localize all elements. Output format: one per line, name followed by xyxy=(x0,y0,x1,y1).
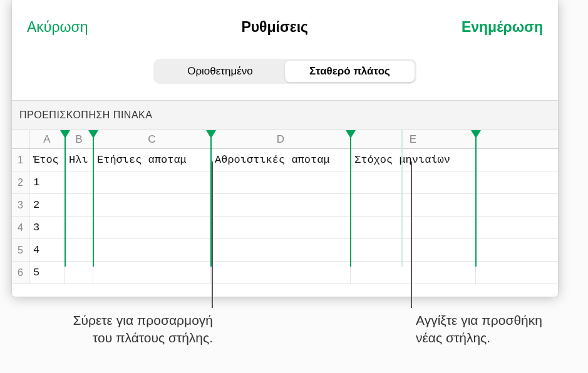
table-cell[interactable] xyxy=(211,194,351,216)
column-header[interactable]: C xyxy=(93,130,211,148)
table-row: 21 xyxy=(12,171,558,194)
table-row: 32 xyxy=(12,194,558,217)
row-number: 6 xyxy=(12,262,29,284)
column-header[interactable]: D xyxy=(211,130,351,148)
table-cell[interactable] xyxy=(351,194,476,216)
modal-title: Ρυθμίσεις xyxy=(241,19,308,36)
table-row: 43 xyxy=(12,217,558,239)
section-label-preview: ΠΡΟΕΠΙΣΚΟΠΗΣΗ ΠΙΝΑΚΑ xyxy=(12,100,558,130)
table-cell[interactable] xyxy=(93,171,211,193)
callout-tap-line2: νέας στήλης. xyxy=(416,330,490,345)
corner-spacer xyxy=(12,130,29,148)
table-cell[interactable] xyxy=(93,239,211,261)
column-resize-handle[interactable] xyxy=(60,130,70,138)
table-row: 65 xyxy=(12,262,558,284)
callout-tap-line1: Αγγίξτε για προσθήκη xyxy=(416,313,542,327)
table-cell[interactable] xyxy=(65,239,93,261)
row-number: 1 xyxy=(12,149,29,171)
table-preview: ABCDE 1ΈτοςΗλιΕτήσιες αποταμΑθροιστικές … xyxy=(12,130,558,297)
table-cell[interactable]: 3 xyxy=(29,217,65,238)
table-cell[interactable] xyxy=(65,194,93,216)
table-cell[interactable] xyxy=(93,217,211,238)
table-cell[interactable] xyxy=(93,262,211,284)
callout-drag: Σύρετε για προσαρμογή του πλάτους στήλης… xyxy=(13,312,213,347)
callout-tap: Αγγίξτε για προσθήκη νέας στήλης. xyxy=(416,312,542,347)
column-header[interactable]: E xyxy=(351,130,476,148)
modal-header: Ακύρωση Ρυθμίσεις Ενημέρωση xyxy=(12,0,558,54)
table-cell[interactable] xyxy=(351,171,476,193)
table-cell[interactable]: 2 xyxy=(29,194,65,216)
table-cell[interactable] xyxy=(65,171,93,193)
cancel-button[interactable]: Ακύρωση xyxy=(27,19,88,36)
segment-delimited[interactable]: Οριοθετημένο xyxy=(155,61,285,82)
table-cell[interactable] xyxy=(351,239,476,261)
table-cell[interactable]: Ηλι xyxy=(65,149,93,171)
row-number: 4 xyxy=(12,217,29,238)
table-cell[interactable]: 1 xyxy=(29,171,65,193)
segment-fixed-width[interactable]: Σταθερό πλάτος xyxy=(285,61,415,82)
callout-line-right xyxy=(411,161,412,308)
table-cell[interactable] xyxy=(351,217,476,238)
update-button[interactable]: Ενημέρωση xyxy=(462,19,543,36)
table-rows: 1ΈτοςΗλιΕτήσιες αποταμΑθροιστικές αποταμ… xyxy=(12,149,558,284)
table-cell[interactable]: Αθροιστικές αποταμ xyxy=(211,149,351,171)
table-cell[interactable] xyxy=(211,239,351,261)
table-cell[interactable] xyxy=(211,262,351,284)
callout-drag-line2: του πλάτους στήλης. xyxy=(93,330,213,345)
table-cell[interactable] xyxy=(65,262,93,284)
row-number: 2 xyxy=(12,171,29,193)
table-cell[interactable]: Στόχος μηνιαίων xyxy=(351,149,476,171)
import-type-segmented: Οριοθετημένο Σταθερό πλάτος xyxy=(153,59,416,84)
table-cell[interactable] xyxy=(211,217,351,238)
table-cell[interactable] xyxy=(351,262,476,284)
column-resize-handle[interactable] xyxy=(88,130,98,138)
table-cell[interactable]: Έτος xyxy=(29,149,65,171)
table-cell[interactable] xyxy=(65,217,93,238)
table-cell[interactable] xyxy=(211,171,351,193)
table-row: 54 xyxy=(12,239,558,262)
row-number: 5 xyxy=(12,239,29,261)
callout-drag-line1: Σύρετε για προσαρμογή xyxy=(73,313,213,327)
column-resize-handle[interactable] xyxy=(471,130,481,138)
table-cell[interactable]: 5 xyxy=(29,262,65,284)
row-number: 3 xyxy=(12,194,29,216)
settings-modal: Ακύρωση Ρυθμίσεις Ενημέρωση Οριοθετημένο… xyxy=(12,0,558,297)
table-cell[interactable]: Ετήσιες αποταμ xyxy=(93,149,211,171)
callout-line-left xyxy=(212,161,213,308)
table-cell[interactable] xyxy=(93,194,211,216)
table-row: 1ΈτοςΗλιΕτήσιες αποταμΑθροιστικές αποταμ… xyxy=(12,149,558,171)
segmented-control-wrap: Οριοθετημένο Σταθερό πλάτος xyxy=(12,54,558,100)
column-resize-handle[interactable] xyxy=(206,130,216,138)
column-resize-handle[interactable] xyxy=(346,130,356,138)
table-cell[interactable]: 4 xyxy=(29,239,65,261)
